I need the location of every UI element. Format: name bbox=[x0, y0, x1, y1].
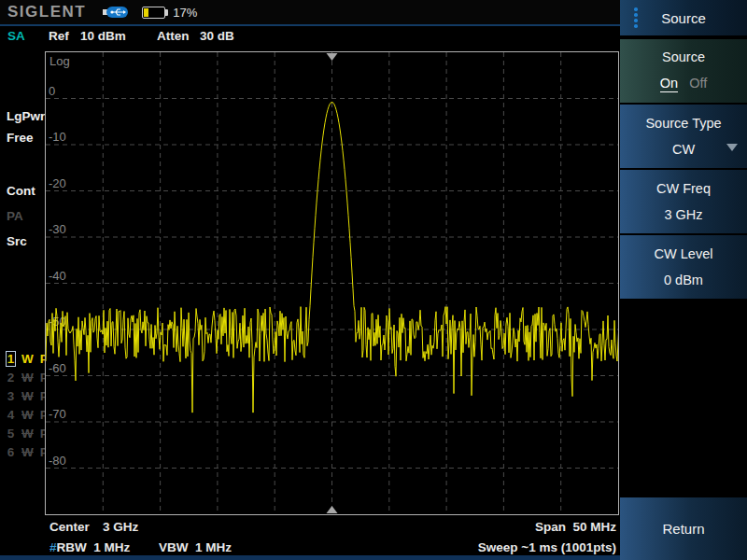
trace-indicator-2[interactable]: 2 W P bbox=[6, 368, 49, 386]
freq-annotation-row: Center 3 GHz Span 50 MHz bbox=[45, 520, 619, 535]
svg-text:0: 0 bbox=[49, 84, 55, 98]
softkey-value: 0 dBm bbox=[664, 273, 703, 287]
trace-indicator-4[interactable]: 4 W P bbox=[6, 405, 49, 424]
center-marker-bottom-icon bbox=[327, 506, 338, 513]
trace-indicator-6[interactable]: 6 W P bbox=[6, 442, 49, 461]
return-button[interactable]: Return bbox=[620, 497, 747, 560]
trace-indicator-list: 1 W P 2 W P 3 W P 4 W P 5 W P bbox=[6, 349, 49, 461]
preamp-label: PA bbox=[7, 209, 23, 223]
ref-label: Ref bbox=[49, 29, 69, 43]
atten-value: 30 dB bbox=[200, 29, 234, 43]
softkey-value: 3 GHz bbox=[664, 207, 702, 222]
softkey-source-on-off[interactable]: Source On Off bbox=[620, 39, 747, 103]
measurement-header: SA Ref 10 dBm Atten 30 dB bbox=[0, 29, 620, 45]
sweep-cont-label: Cont bbox=[7, 184, 35, 198]
center-marker-top-icon bbox=[327, 53, 338, 61]
battery-indicator: 17% bbox=[142, 6, 197, 20]
softkey-cw-level[interactable]: CW Level 0 dBm bbox=[620, 235, 747, 299]
svg-text:-80: -80 bbox=[49, 454, 66, 468]
menu-dots-icon bbox=[634, 7, 638, 28]
softkey-title: Source Type bbox=[645, 116, 721, 131]
left-gutter: LgPwr Free Cont PA Src 1 W P 2 W P 3 W P… bbox=[0, 0, 45, 560]
source-on-option[interactable]: On bbox=[660, 76, 678, 92]
center-freq-label: Center bbox=[49, 520, 90, 534]
svg-text:-10: -10 bbox=[49, 130, 66, 144]
softkey-value: CW bbox=[672, 142, 695, 157]
trace-indicator-5[interactable]: 5 W P bbox=[6, 424, 49, 442]
dropdown-arrow-icon bbox=[726, 144, 738, 151]
battery-icon bbox=[142, 7, 165, 19]
bw-annotation-row: #RBW 1 MHz VBW 1 MHz Sweep ~1 ms (1001pt… bbox=[45, 540, 619, 555]
svg-text:-60: -60 bbox=[49, 361, 66, 375]
svg-text:-30: -30 bbox=[49, 222, 66, 236]
trace-indicator-1[interactable]: 1 W P bbox=[6, 349, 49, 368]
svg-text:-20: -20 bbox=[49, 176, 66, 190]
scale-mode-label: LgPwr bbox=[7, 109, 45, 123]
svg-text:Log: Log bbox=[49, 54, 70, 68]
bottom-accent-strip bbox=[0, 555, 620, 560]
atten-label: Atten bbox=[157, 29, 190, 43]
softkey-title: CW Freq bbox=[656, 181, 711, 196]
spectrum-plot: Log0-10-20-30-40-50-60-70-80 bbox=[45, 51, 619, 515]
softkey-title: Source bbox=[662, 49, 705, 64]
usb-icon bbox=[103, 6, 129, 19]
svg-text:-40: -40 bbox=[49, 269, 66, 283]
spectrum-analyzer-screen: SIGLENT 17% SA Ref 10 dBm Atten 30 dB Lg… bbox=[0, 0, 747, 560]
source-off-option[interactable]: Off bbox=[689, 76, 707, 92]
softkey-title: CW Level bbox=[655, 246, 713, 261]
status-bar: SIGLENT 17% bbox=[0, 0, 620, 26]
trigger-free-label: Free bbox=[7, 131, 34, 145]
softkey-source-type[interactable]: Source Type CW bbox=[620, 105, 747, 168]
span-readout: Span 50 MHz bbox=[535, 520, 616, 534]
svg-text:-70: -70 bbox=[49, 407, 66, 421]
trace-indicator-3[interactable]: 3 W P bbox=[6, 386, 49, 405]
rbw-coupled-hash: # bbox=[49, 540, 57, 554]
softkey-menu: Source Source On Off Source Type CW CW F… bbox=[620, 0, 747, 560]
center-freq-value: 3 GHz bbox=[103, 520, 138, 534]
menu-header-source[interactable]: Source bbox=[620, 0, 747, 35]
vbw-readout: VBW 1 MHz bbox=[159, 540, 232, 554]
softkey-cw-freq[interactable]: CW Freq 3 GHz bbox=[620, 170, 747, 233]
ref-value: 10 dBm bbox=[80, 29, 126, 43]
spectrum-trace-canvas: Log0-10-20-30-40-50-60-70-80 bbox=[46, 52, 618, 514]
battery-percent: 17% bbox=[173, 6, 197, 20]
source-label: Src bbox=[7, 234, 27, 248]
sweep-readout: Sweep ~1 ms (1001pts) bbox=[478, 540, 616, 554]
rbw-readout: #RBW 1 MHz bbox=[49, 540, 130, 554]
